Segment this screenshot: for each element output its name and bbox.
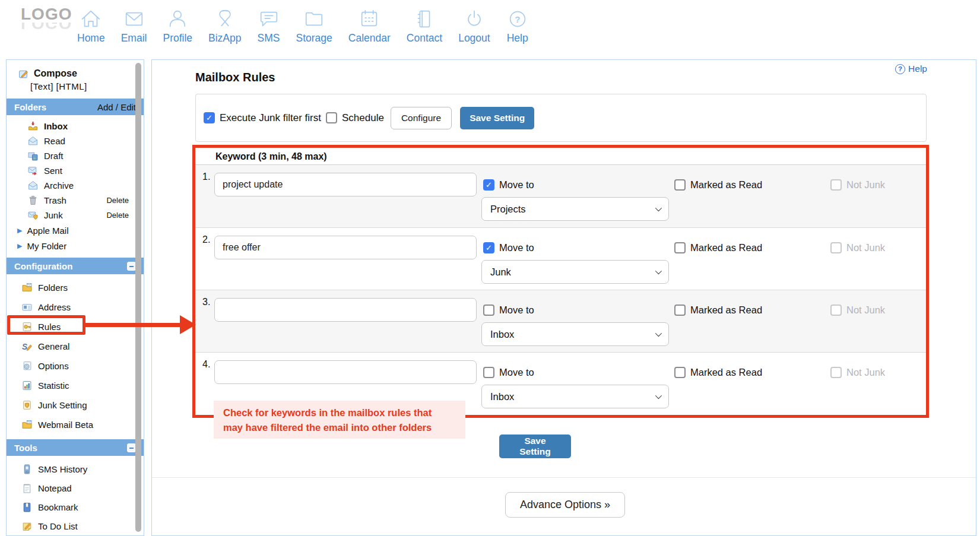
move-to-checkbox[interactable] bbox=[483, 242, 494, 253]
email-icon bbox=[123, 8, 145, 30]
marked-as-read-checkbox[interactable] bbox=[674, 367, 686, 378]
junk-delete-link[interactable]: Delete bbox=[106, 211, 129, 220]
sidebar-item-options[interactable]: Options bbox=[7, 356, 144, 376]
schedule-checkbox[interactable] bbox=[326, 112, 337, 123]
svg-text:?: ? bbox=[515, 14, 520, 24]
keyword-input[interactable] bbox=[214, 236, 477, 259]
move-to-checkbox[interactable] bbox=[483, 179, 494, 191]
sidebar-group-apple-mail[interactable]: ▶ Apple Mail bbox=[7, 223, 144, 238]
expand-arrow-icon: ▶ bbox=[17, 227, 22, 234]
nav-item-home[interactable]: Home bbox=[77, 8, 105, 45]
logo: LOGO LOGO bbox=[21, 6, 72, 31]
help-link[interactable]: ? Help bbox=[895, 64, 927, 74]
sidebar-item-compose[interactable]: Compose bbox=[18, 66, 144, 81]
sidebar-item-sms-history[interactable]: SMS History bbox=[7, 459, 144, 478]
nav-item-profile[interactable]: Profile bbox=[163, 8, 192, 45]
sidebar-item-notepad[interactable]: Notepad bbox=[7, 478, 144, 497]
rules-icon bbox=[22, 322, 32, 332]
junk-icon bbox=[28, 210, 38, 220]
sidebar-item-general[interactable]: S General bbox=[7, 337, 144, 356]
move-to-folder-select[interactable]: Junk bbox=[481, 260, 669, 284]
bizapp-icon bbox=[214, 8, 236, 30]
keyword-input[interactable] bbox=[214, 173, 477, 196]
configuration-list: Folders Address Rules S General Options … bbox=[7, 278, 144, 434]
help-icon: ? bbox=[895, 64, 905, 74]
sidebar-item-junk-setting[interactable]: Junk Setting bbox=[7, 395, 144, 415]
execute-junk-filter-checkbox[interactable] bbox=[204, 112, 215, 123]
row-number: 1. bbox=[202, 172, 210, 182]
trash-delete-link[interactable]: Delete bbox=[106, 196, 129, 205]
read-icon bbox=[28, 136, 38, 146]
move-to-folder-select[interactable]: Inbox bbox=[481, 385, 669, 408]
collapse-icon[interactable] bbox=[127, 262, 136, 271]
inbox-icon bbox=[28, 121, 38, 131]
sidebar-item-address[interactable]: Address bbox=[7, 297, 144, 317]
bookmark-icon bbox=[22, 502, 32, 512]
save-setting-button-top[interactable]: Save Setting bbox=[460, 107, 534, 129]
rule-row-2: 2. Move to Junk Marked as Read Not Junk bbox=[195, 227, 926, 290]
todo-icon bbox=[22, 521, 32, 531]
move-to-checkbox[interactable] bbox=[483, 305, 494, 316]
nav-item-calendar[interactable]: Calendar bbox=[348, 8, 391, 45]
compose-icon bbox=[18, 69, 28, 79]
nav-item-bizapp[interactable]: BizApp bbox=[208, 8, 241, 45]
move-to-folder-select[interactable]: Projects bbox=[481, 197, 669, 221]
sidebar-item-draft[interactable]: Draft bbox=[7, 148, 144, 163]
nav-item-sms[interactable]: SMS bbox=[258, 8, 280, 45]
marked-as-read-checkbox[interactable] bbox=[674, 179, 686, 191]
keyword-input[interactable] bbox=[214, 298, 477, 322]
move-to-cell: Move to bbox=[483, 242, 534, 253]
top-navigation: LOGO LOGO Home Email Profile BizApp SMS … bbox=[0, 0, 980, 59]
sidebar-scrollbar[interactable] bbox=[135, 63, 141, 532]
sidebar-item-rules[interactable]: Rules bbox=[7, 317, 144, 337]
statistic-icon bbox=[22, 380, 32, 391]
add-edit-link[interactable]: Add / Edit bbox=[97, 102, 136, 112]
not-junk-checkbox bbox=[830, 179, 842, 191]
nav-item-logout[interactable]: Logout bbox=[458, 8, 490, 45]
nav-item-contact[interactable]: Contact bbox=[407, 8, 442, 45]
sidebar-item-folders[interactable]: Folders bbox=[7, 278, 144, 297]
divider bbox=[152, 477, 976, 478]
profile-icon bbox=[166, 8, 189, 30]
collapse-icon[interactable] bbox=[127, 443, 136, 452]
not-junk-cell: Not Junk bbox=[830, 242, 885, 253]
sidebar-group-my-folder[interactable]: ▶ My Folder bbox=[7, 238, 144, 253]
sidebar-item-archive[interactable]: Archive bbox=[7, 178, 144, 193]
move-to-checkbox[interactable] bbox=[483, 367, 494, 378]
marked-as-read-checkbox[interactable] bbox=[674, 242, 686, 253]
rule-row-3: 3. Move to Inbox Marked as Read Not Junk bbox=[195, 290, 926, 352]
keyword-input[interactable] bbox=[214, 360, 477, 384]
sidebar-item-statistic[interactable]: Statistic bbox=[7, 376, 144, 395]
chevron-down-icon bbox=[655, 268, 662, 274]
sidebar-item-read[interactable]: Read bbox=[7, 134, 144, 148]
compose-format-links[interactable]: [Text] [HTML] bbox=[30, 81, 144, 93]
rule-row-1: 1. Move to Projects Marked as Read Not J… bbox=[195, 165, 926, 227]
configure-button[interactable]: Configure bbox=[391, 107, 452, 129]
keyword-rules-table: Keyword (3 min, 48 max) 1. Move to Proje… bbox=[192, 145, 929, 418]
sidebar-item-bookmark[interactable]: Bookmark bbox=[7, 497, 144, 516]
marked-as-read-cell: Marked as Read bbox=[674, 179, 762, 191]
move-to-cell: Move to bbox=[483, 367, 534, 378]
advance-options-button[interactable]: Advance Options » bbox=[505, 492, 625, 518]
tools-header: Tools bbox=[7, 439, 144, 456]
sidebar-item-webmail-beta[interactable]: Webmail Beta bbox=[7, 415, 144, 434]
marked-as-read-cell: Marked as Read bbox=[674, 242, 762, 253]
marked-as-read-checkbox[interactable] bbox=[674, 305, 686, 316]
nav-item-help[interactable]: ? Help bbox=[506, 8, 529, 45]
junk-filter-settings: Execute Junk filter first Schedule Confi… bbox=[195, 94, 927, 142]
sidebar-item-junk[interactable]: Junk Delete bbox=[7, 208, 144, 223]
folders-icon bbox=[22, 283, 32, 293]
nav-item-email[interactable]: Email bbox=[121, 8, 147, 45]
sidebar-item-trash[interactable]: Trash Delete bbox=[7, 193, 144, 208]
main-nav: Home Email Profile BizApp SMS Storage Ca… bbox=[77, 8, 529, 45]
help-icon: ? bbox=[506, 8, 529, 30]
move-to-folder-select[interactable]: Inbox bbox=[481, 322, 669, 346]
junk-setting-icon bbox=[22, 400, 32, 410]
sidebar-item-to-do-list[interactable]: To Do List bbox=[7, 516, 144, 535]
nav-item-storage[interactable]: Storage bbox=[296, 8, 332, 45]
sidebar-item-sent[interactable]: Sent bbox=[7, 163, 144, 178]
sidebar-item-inbox[interactable]: Inbox bbox=[7, 119, 144, 134]
annotation-note: Check for keywords in the mailbox rules … bbox=[214, 401, 465, 439]
row-number: 2. bbox=[202, 234, 210, 245]
save-setting-button-bottom[interactable]: Save Setting bbox=[499, 434, 571, 458]
